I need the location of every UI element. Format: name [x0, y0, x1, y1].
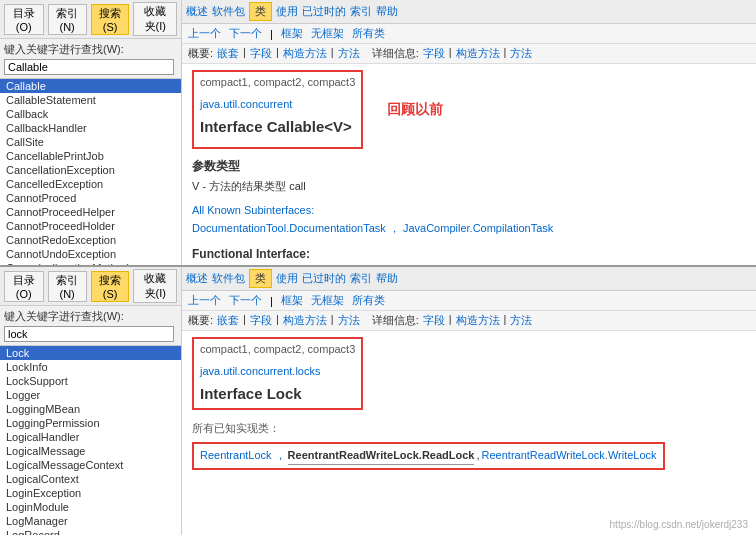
- top-tab-sep1: |: [243, 46, 246, 61]
- bottom-tab-detail-label: 详细信息:: [372, 313, 419, 328]
- top-tb-index[interactable]: 索引: [350, 4, 372, 19]
- top-interface-title: Interface Callable<V>: [200, 115, 352, 139]
- bottom-tab-nested[interactable]: 嵌套: [217, 313, 239, 328]
- top-tab-nested[interactable]: 嵌套: [217, 46, 239, 61]
- bottom-tab-field2[interactable]: 字段: [423, 313, 445, 328]
- top-tab-sep2: |: [276, 46, 279, 61]
- top-class-list: Callable CallableStatement Callback Call…: [0, 79, 181, 265]
- top-tab-field2[interactable]: 字段: [423, 46, 445, 61]
- bottom-tb-class[interactable]: 类: [249, 269, 272, 288]
- bottom-tab-method2[interactable]: 方法: [510, 313, 532, 328]
- top-tab-summary-label: 概要:: [188, 46, 213, 61]
- bottom-list-item-logicalmessage[interactable]: LogicalMessage: [0, 444, 181, 458]
- top-list-item-cannotundoexception[interactable]: CannotUndoException: [0, 247, 181, 261]
- bottom-doc-content: compact1, compact2, compact3 java.util.c…: [182, 331, 756, 535]
- bottom-list-item-logicalcontext[interactable]: LogicalContext: [0, 472, 181, 486]
- top-list-item-canonicalizationmethod[interactable]: CanonicalizzationMethod: [0, 261, 181, 265]
- bottom-list-item-logicalhandler[interactable]: LogicalHandler: [0, 430, 181, 444]
- top-tab-field[interactable]: 字段: [250, 46, 272, 61]
- top-known-subinterfaces: DocumentationTool.DocumentationTask ， Ja…: [192, 222, 553, 234]
- bottom-tb-deprecated[interactable]: 已过时的: [302, 271, 346, 286]
- top-list-item-callablestatement[interactable]: CallableStatement: [0, 93, 181, 107]
- bottom-fav-button[interactable]: 收藏夹(I): [133, 269, 177, 303]
- bottom-tab-constructor[interactable]: 构造方法: [283, 313, 327, 328]
- top-list-item-cannotproceedhelper[interactable]: CannotProceedHelper: [0, 205, 181, 219]
- bottom-nav-allclass[interactable]: 所有类: [352, 293, 385, 308]
- top-list-item-cancelledexception[interactable]: CancelledException: [0, 177, 181, 191]
- top-nav-noframe[interactable]: 无框架: [311, 26, 344, 41]
- top-dir-button[interactable]: 目录(O): [4, 4, 44, 35]
- top-search-input[interactable]: [4, 59, 174, 75]
- bottom-tab-field[interactable]: 字段: [250, 313, 272, 328]
- bottom-sidebar-toolbar: 目录(O) 索引(N) 搜索(S) 收藏夹(I): [0, 267, 181, 306]
- top-list-item-cancellableprintjob[interactable]: CancellablePrintJob: [0, 149, 181, 163]
- top-search-button[interactable]: 搜索(S): [91, 4, 130, 35]
- bottom-list-item-loggingpermission[interactable]: LoggingPermission: [0, 416, 181, 430]
- bottom-list-item-logmanager[interactable]: LogManager: [0, 514, 181, 528]
- top-tb-help[interactable]: 帮助: [376, 4, 398, 19]
- top-fav-button[interactable]: 收藏夹(I): [133, 2, 177, 36]
- bottom-nav-noframe[interactable]: 无框架: [311, 293, 344, 308]
- top-search-row: 键入关键字进行查找(W):: [0, 39, 181, 79]
- bottom-list-item-logger[interactable]: Logger: [0, 388, 181, 402]
- bottom-impl-reentrantlock[interactable]: ReentrantLock ，: [200, 447, 286, 465]
- bottom-content-area: 概述 软件包 类 使用 已过时的 索引 帮助 上一个 下一个 | 框架 无框架 …: [182, 267, 756, 535]
- bottom-search-input[interactable]: [4, 326, 174, 342]
- top-tab-constructor2[interactable]: 构造方法: [456, 46, 500, 61]
- top-list-item-callbackhandler[interactable]: CallbackHandler: [0, 121, 181, 135]
- top-tab-constructor[interactable]: 构造方法: [283, 46, 327, 61]
- top-nav-prev[interactable]: 上一个: [188, 26, 221, 41]
- top-list-item-cannotproced[interactable]: CannotProced: [0, 191, 181, 205]
- top-nav-allclass[interactable]: 所有类: [352, 26, 385, 41]
- top-list-item-cannotproceedholder[interactable]: CannotProceedHolder: [0, 219, 181, 233]
- bottom-tab-constructor2[interactable]: 构造方法: [456, 313, 500, 328]
- bottom-tb-overview[interactable]: 概述: [186, 271, 208, 286]
- top-tb-class[interactable]: 类: [249, 2, 272, 21]
- top-breadcrumb: compact1, compact2, compact3: [200, 74, 355, 92]
- top-tb-deprecated[interactable]: 已过时的: [302, 4, 346, 19]
- bottom-impl-readwritelock[interactable]: ReentrantReadWriteLock.ReadLock: [288, 447, 475, 466]
- bottom-list-item-logicalmessagecontext[interactable]: LogicalMessageContext: [0, 458, 181, 472]
- bottom-nav-row: 上一个 下一个 | 框架 无框架 所有类: [182, 291, 756, 311]
- bottom-list-item-lockinfo[interactable]: LockInfo: [0, 360, 181, 374]
- top-content-toolbar: 概述 软件包 类 使用 已过时的 索引 帮助: [182, 0, 756, 24]
- bottom-list-item-loginexception[interactable]: LoginException: [0, 486, 181, 500]
- top-list-item-callsite[interactable]: CallSite: [0, 135, 181, 149]
- bottom-impl-writelock[interactable]: ReentrantReadWriteLock.WriteLock: [482, 447, 657, 465]
- bottom-nav-next[interactable]: 下一个: [229, 293, 262, 308]
- bottom-dir-button[interactable]: 目录(O): [4, 271, 44, 302]
- bottom-list-item-lock[interactable]: Lock: [0, 346, 181, 360]
- bottom-tb-use[interactable]: 使用: [276, 271, 298, 286]
- top-list-item-cancellationexception[interactable]: CancellationException: [0, 163, 181, 177]
- bottom-nav-frame[interactable]: 框架: [281, 293, 303, 308]
- top-nav-next[interactable]: 下一个: [229, 26, 262, 41]
- bottom-list-item-loggingmbean[interactable]: LoggingMBean: [0, 402, 181, 416]
- top-tb-overview[interactable]: 概述: [186, 4, 208, 19]
- bottom-tb-help[interactable]: 帮助: [376, 271, 398, 286]
- top-index-button[interactable]: 索引(N): [48, 4, 87, 35]
- bottom-impl-sep: ,: [476, 447, 479, 465]
- bottom-sidebar: 目录(O) 索引(N) 搜索(S) 收藏夹(I) 键入关键字进行查找(W): L…: [0, 267, 182, 535]
- bottom-list-item-logrecord[interactable]: LogRecord: [0, 528, 181, 535]
- top-tab-method2[interactable]: 方法: [510, 46, 532, 61]
- top-nav-row: 上一个 下一个 | 框架 无框架 所有类: [182, 24, 756, 44]
- bottom-nav-prev[interactable]: 上一个: [188, 293, 221, 308]
- top-tb-package[interactable]: 软件包: [212, 4, 245, 19]
- bottom-tb-index[interactable]: 索引: [350, 271, 372, 286]
- top-tab-method[interactable]: 方法: [338, 46, 360, 61]
- top-list-item-callback[interactable]: Callback: [0, 107, 181, 121]
- bottom-tab-summary-label: 概要:: [188, 313, 213, 328]
- top-tb-use[interactable]: 使用: [276, 4, 298, 19]
- top-tabs-row: 概要: 嵌套 | 字段 | 构造方法 | 方法 详细信息: 字段 | 构造方法 …: [182, 44, 756, 64]
- bottom-tb-package[interactable]: 软件包: [212, 271, 245, 286]
- bottom-tab-method[interactable]: 方法: [338, 313, 360, 328]
- top-nav-frame[interactable]: 框架: [281, 26, 303, 41]
- bottom-list-item-locksupport[interactable]: LockSupport: [0, 374, 181, 388]
- top-list-item-callable[interactable]: Callable: [0, 79, 181, 93]
- top-back-label: 回顾以前: [387, 98, 443, 120]
- bottom-search-button[interactable]: 搜索(S): [91, 271, 130, 302]
- bottom-list-item-loginmodule[interactable]: LoginModule: [0, 500, 181, 514]
- top-content-area: 概述 软件包 类 使用 已过时的 索引 帮助 上一个 下一个 | 框架 无框架 …: [182, 0, 756, 265]
- bottom-index-button[interactable]: 索引(N): [48, 271, 87, 302]
- top-list-item-cannotredoexception[interactable]: CannotRedoException: [0, 233, 181, 247]
